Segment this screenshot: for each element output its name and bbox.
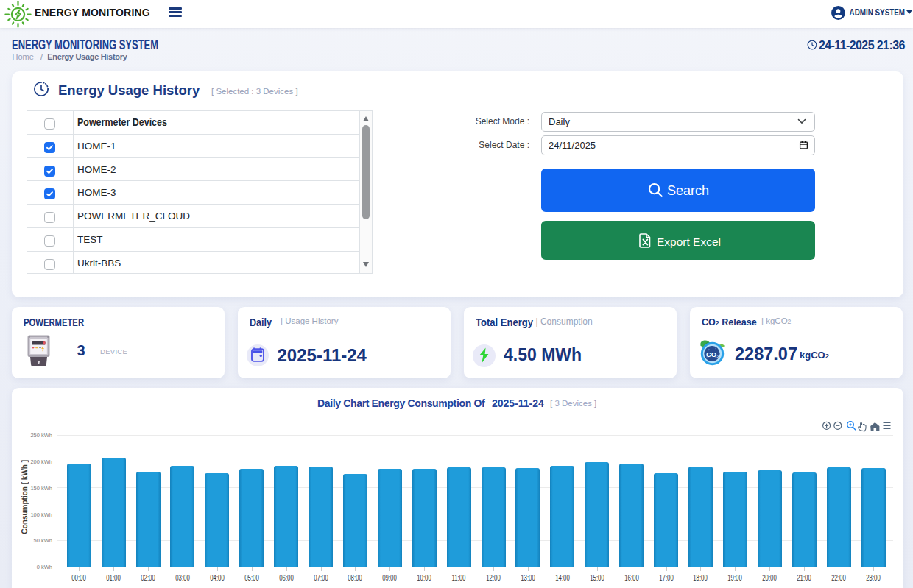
svg-text:CO: CO [706, 350, 716, 358]
svg-text:2: 2 [717, 354, 720, 359]
